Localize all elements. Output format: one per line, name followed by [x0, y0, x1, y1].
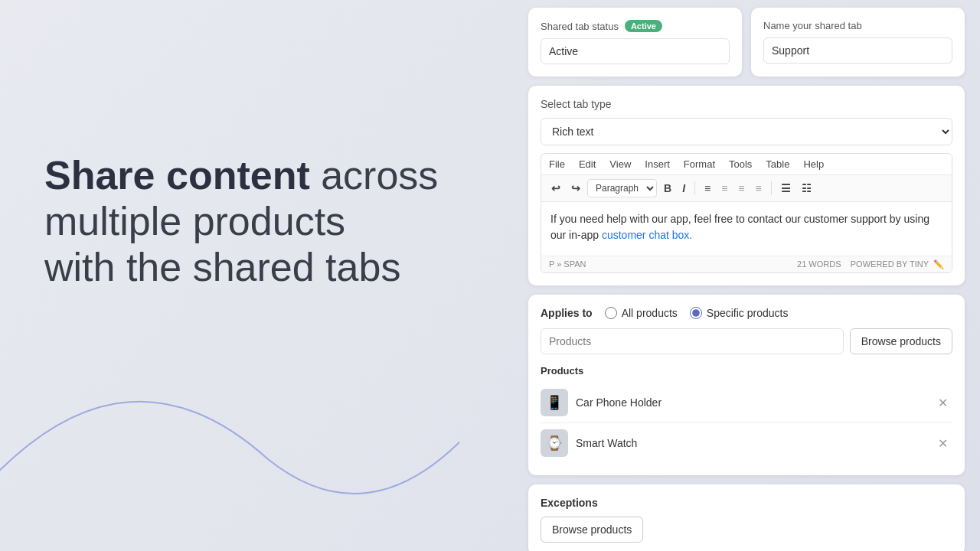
hero-line3: with the shared tabs [44, 245, 400, 289]
product-emoji-0: 📱 [546, 394, 563, 411]
menu-file[interactable]: File [549, 158, 565, 170]
ordered-list-button[interactable]: ☷ [798, 180, 815, 197]
menu-tools[interactable]: Tools [729, 158, 752, 170]
specific-products-radio[interactable] [690, 307, 702, 319]
menu-insert[interactable]: Insert [645, 158, 670, 170]
specific-products-label: Specific products [707, 307, 789, 319]
menu-view[interactable]: View [609, 158, 631, 170]
products-input-row: Browse products [541, 328, 952, 354]
italic-button[interactable]: I [678, 180, 689, 197]
product-item-1: ⌚ Smart Watch ✕ [541, 423, 952, 463]
exceptions-browse-button[interactable]: Browse products [541, 517, 643, 543]
applies-to-card: Applies to All products Specific product… [528, 295, 965, 475]
editor-content-area[interactable]: If you need help with our app, feel free… [541, 202, 952, 256]
align-justify-button[interactable]: ≡ [752, 180, 766, 197]
hero-text: Share content across multiple products w… [44, 153, 488, 290]
editor-footer: P » SPAN 21 WORDS POWERED BY TINY ✏️ [541, 256, 952, 272]
browse-products-button[interactable]: Browse products [850, 328, 952, 354]
shared-tab-status-card: Shared tab status Active Active Inactive [528, 8, 742, 77]
product-thumb-1: ⌚ [541, 429, 568, 457]
tab-type-card: Select tab type Rich text File Edit View… [528, 86, 965, 285]
shared-tab-status-select[interactable]: Active Inactive [541, 38, 730, 64]
rich-text-editor: File Edit View Insert Format Tools Table… [541, 153, 952, 273]
align-left-button[interactable]: ≡ [701, 180, 714, 197]
align-right-button[interactable]: ≡ [734, 180, 748, 197]
editor-menubar: File Edit View Insert Format Tools Table… [541, 154, 952, 175]
editor-link[interactable]: customer chat box. [602, 229, 692, 241]
editor-breadcrumb: P » SPAN [549, 259, 586, 269]
editor-powered-by: POWERED BY TINY [851, 259, 929, 269]
remove-product-0[interactable]: ✕ [933, 394, 952, 412]
top-row: Shared tab status Active Active Inactive… [528, 8, 965, 77]
editor-toolbar: ↩ ↪ Paragraph B I ≡ ≡ ≡ ≡ ☰ ☷ [541, 175, 952, 202]
remove-product-1[interactable]: ✕ [933, 435, 952, 452]
product-name-0: Car Phone Holder [576, 396, 662, 409]
all-products-label: All products [622, 307, 678, 319]
hero-line2: multiple products [44, 199, 345, 243]
hero-bold: Share content [44, 153, 310, 197]
product-item-0: 📱 Car Phone Holder ✕ [541, 383, 952, 423]
exceptions-label: Exceptions [541, 497, 952, 509]
bold-button[interactable]: B [660, 180, 675, 197]
paragraph-select[interactable]: Paragraph [587, 179, 657, 197]
active-badge: Active [625, 20, 662, 32]
product-name-1: Smart Watch [576, 437, 637, 449]
toolbar-divider-1 [694, 181, 695, 195]
tab-type-label: Select tab type [541, 98, 952, 110]
menu-help[interactable]: Help [803, 158, 824, 170]
shared-tab-status-label: Shared tab status Active [541, 20, 730, 32]
product-left-1: ⌚ Smart Watch [541, 429, 637, 457]
right-panel: Shared tab status Active Active Inactive… [528, 8, 965, 551]
bg-curve-decoration [0, 245, 459, 551]
product-emoji-1: ⌚ [546, 435, 563, 452]
applies-to-options: Applies to All products Specific product… [541, 307, 952, 319]
name-shared-tab-card: Name your shared tab [751, 8, 965, 77]
toolbar-divider-2 [771, 181, 772, 195]
specific-products-radio-label[interactable]: Specific products [690, 307, 789, 319]
products-list: 📱 Car Phone Holder ✕ ⌚ Smart Watch ✕ [541, 383, 952, 463]
editor-word-count: 21 WORDS [797, 259, 841, 269]
align-center-button[interactable]: ≡ [717, 180, 731, 197]
all-products-radio-label[interactable]: All products [605, 307, 678, 319]
exceptions-card: Exceptions Browse products [528, 484, 965, 551]
tab-type-select[interactable]: Rich text [541, 118, 952, 145]
menu-edit[interactable]: Edit [579, 158, 596, 170]
hero-normal: across [310, 153, 439, 197]
hero-section: Share content across multiple products w… [44, 153, 488, 290]
menu-format[interactable]: Format [684, 158, 715, 170]
product-left-0: 📱 Car Phone Holder [541, 389, 662, 416]
name-shared-tab-label: Name your shared tab [763, 20, 952, 31]
product-thumb-0: 📱 [541, 389, 568, 416]
undo-button[interactable]: ↩ [547, 180, 564, 197]
products-section-label: Products [541, 365, 952, 377]
editor-wordcount-powered: 21 WORDS POWERED BY TINY ✏️ [797, 259, 944, 269]
applies-to-label: Applies to [541, 307, 593, 319]
all-products-radio[interactable] [605, 307, 617, 319]
name-shared-tab-input[interactable] [763, 37, 952, 64]
products-search-input[interactable] [541, 328, 844, 354]
bullet-list-button[interactable]: ☰ [777, 180, 795, 197]
menu-table[interactable]: Table [766, 158, 789, 170]
redo-button[interactable]: ↪ [567, 180, 584, 197]
